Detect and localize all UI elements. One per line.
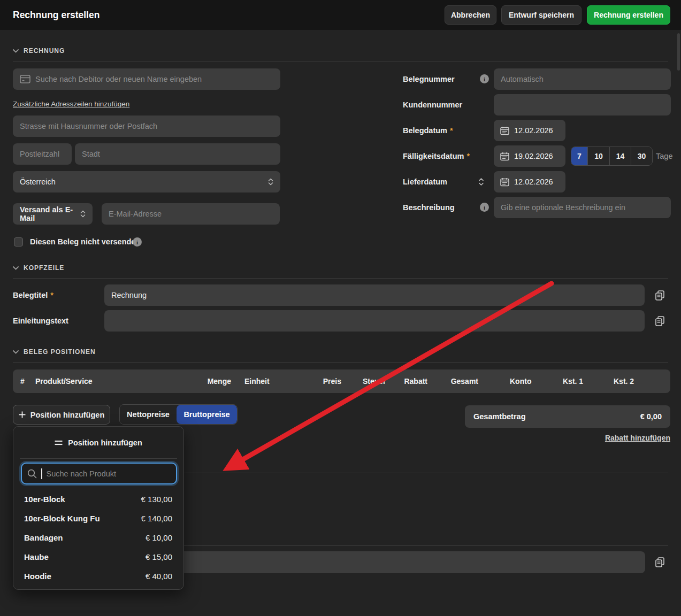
info-icon[interactable]: i	[480, 74, 489, 83]
due-days-option-30[interactable]: 30	[631, 147, 652, 165]
chevron-down-icon	[13, 350, 19, 354]
calendar-icon	[500, 152, 509, 161]
intro-text-field[interactable]	[104, 310, 645, 332]
text-cursor	[41, 468, 42, 479]
col-account: Konto	[510, 369, 531, 393]
divider	[20, 458, 177, 459]
copy-icon[interactable]	[655, 290, 664, 301]
product-picker-popup: Position hinzufügen 10er-Block € 130,00 …	[13, 426, 184, 590]
total-value: € 0,00	[640, 412, 662, 421]
email-input[interactable]	[109, 210, 273, 218]
product-search-field[interactable]	[21, 463, 177, 484]
delivery-date-label: Lieferdatum	[403, 171, 447, 192]
plus-icon	[19, 411, 26, 418]
do-not-send-checkbox[interactable]	[14, 237, 23, 247]
delivery-date-picker[interactable]: 12.02.2026	[494, 171, 565, 192]
col-total: Gesamt	[451, 369, 478, 393]
description-input[interactable]	[501, 203, 664, 212]
copy-icon[interactable]	[655, 557, 664, 567]
topbar: Rechnung erstellen Abbrechen Entwurf spe…	[0, 0, 681, 30]
due-days-option-14[interactable]: 14	[610, 147, 631, 165]
street-input[interactable]	[20, 122, 273, 130]
due-date-value: 19.02.2026	[514, 152, 553, 160]
product-item[interactable]: Haube € 15,00	[13, 547, 183, 566]
divider	[13, 362, 668, 363]
customer-number-field[interactable]	[494, 94, 671, 116]
zip-field[interactable]	[13, 143, 72, 165]
scrollbar-thumb[interactable]	[677, 33, 680, 71]
divider	[13, 61, 668, 61]
calendar-icon	[500, 178, 509, 187]
section-invoice-header[interactable]: RECHNUNG	[13, 47, 65, 55]
customer-number-label: Kundennummer	[403, 94, 462, 116]
doc-title-label: Belegtitel *	[13, 284, 53, 306]
list-icon	[55, 440, 63, 445]
email-field[interactable]	[102, 203, 280, 225]
document-number-field[interactable]	[494, 68, 671, 90]
customer-number-input[interactable]	[501, 101, 664, 109]
add-address-lines-link[interactable]: Zusätzliche Adresszeilen hinzufügen	[13, 100, 129, 108]
sort-toggle-icon[interactable]	[478, 176, 484, 187]
product-search-input[interactable]	[47, 469, 171, 478]
chevron-updown-icon	[80, 210, 86, 218]
required-marker: *	[450, 126, 453, 135]
info-icon[interactable]: i	[133, 237, 142, 247]
intro-text-input[interactable]	[111, 317, 638, 325]
cancel-button[interactable]: Abbrechen	[445, 5, 496, 25]
closing-text-input[interactable]	[111, 558, 638, 567]
col-product: Produkt/Service	[35, 369, 93, 393]
contact-card-icon	[20, 75, 30, 83]
invoice-editor-page: Rechnung erstellen Abbrechen Entwurf spe…	[0, 0, 681, 616]
country-select[interactable]: Österreich	[13, 171, 280, 192]
total-bar: Gesamtbetrag € 0,00	[465, 405, 670, 428]
debtor-search-field[interactable]	[13, 68, 280, 90]
do-not-send-label: Diesen Beleg nicht versenden	[30, 237, 140, 247]
due-date-label: Fälligkeitsdatum *	[403, 145, 470, 167]
due-date-picker[interactable]: 19.02.2026	[494, 145, 565, 167]
document-date-picker[interactable]: 12.02.2026	[494, 120, 565, 141]
save-draft-button[interactable]: Entwurf speichern	[501, 5, 581, 25]
zip-input[interactable]	[20, 150, 65, 158]
city-input[interactable]	[82, 150, 273, 158]
price-mode-toggle: Nettopreise Bruttopreise	[119, 404, 238, 425]
dispatch-method-select[interactable]: Versand als E-Mail	[13, 203, 93, 225]
section-kopfzeile-header[interactable]: KOPFZEILE	[13, 264, 64, 272]
col-discount: Rabatt	[404, 369, 427, 393]
calendar-icon	[500, 126, 509, 135]
due-days-option-10[interactable]: 10	[588, 147, 610, 165]
create-invoice-button[interactable]: Rechnung erstellen	[587, 5, 670, 25]
doc-title-input[interactable]	[111, 291, 638, 299]
product-item[interactable]: Bandagen € 10,00	[13, 528, 183, 547]
total-label: Gesamtbetrag	[473, 412, 526, 421]
due-days-option-7[interactable]: 7	[571, 147, 588, 165]
doc-title-field[interactable]	[104, 284, 645, 306]
closing-text-field[interactable]	[104, 551, 645, 573]
due-days-suffix: Tage	[656, 147, 672, 166]
col-quantity: Menge	[208, 369, 231, 393]
col-price: Preis	[323, 369, 341, 393]
chevron-updown-icon	[268, 178, 273, 186]
add-position-button[interactable]: Position hinzufügen	[13, 405, 110, 425]
col-costcenter2: Kst. 2	[614, 369, 634, 393]
page-title: Rechnung erstellen	[13, 0, 100, 30]
section-kopfzeile-label: KOPFZEILE	[24, 264, 64, 272]
col-number: #	[20, 369, 25, 393]
document-number-input[interactable]	[501, 75, 664, 83]
product-item[interactable]: 10er-Block € 130,00	[13, 489, 183, 509]
debtor-search-input[interactable]	[35, 75, 273, 83]
product-item[interactable]: Hoodie € 40,00	[13, 566, 183, 586]
search-icon	[27, 469, 37, 479]
dispatch-method-value: Versand als E-Mail	[20, 205, 75, 222]
delivery-date-value: 12.02.2026	[514, 178, 553, 186]
info-icon[interactable]: i	[480, 203, 489, 212]
section-positions-header[interactable]: BELEG POSITIONEN	[13, 348, 96, 356]
document-date-label: Belegdatum *	[403, 120, 453, 141]
city-field[interactable]	[75, 143, 280, 165]
copy-icon[interactable]	[655, 316, 664, 326]
net-prices-button[interactable]: Nettopreise	[120, 405, 177, 424]
product-item[interactable]: 10er-Block Kung Fu € 140,00	[13, 509, 183, 528]
street-field[interactable]	[13, 116, 280, 137]
add-discount-link[interactable]: Rabatt hinzufügen	[605, 434, 670, 442]
description-field[interactable]	[494, 197, 671, 218]
gross-prices-button[interactable]: Bruttopreise	[177, 405, 237, 424]
